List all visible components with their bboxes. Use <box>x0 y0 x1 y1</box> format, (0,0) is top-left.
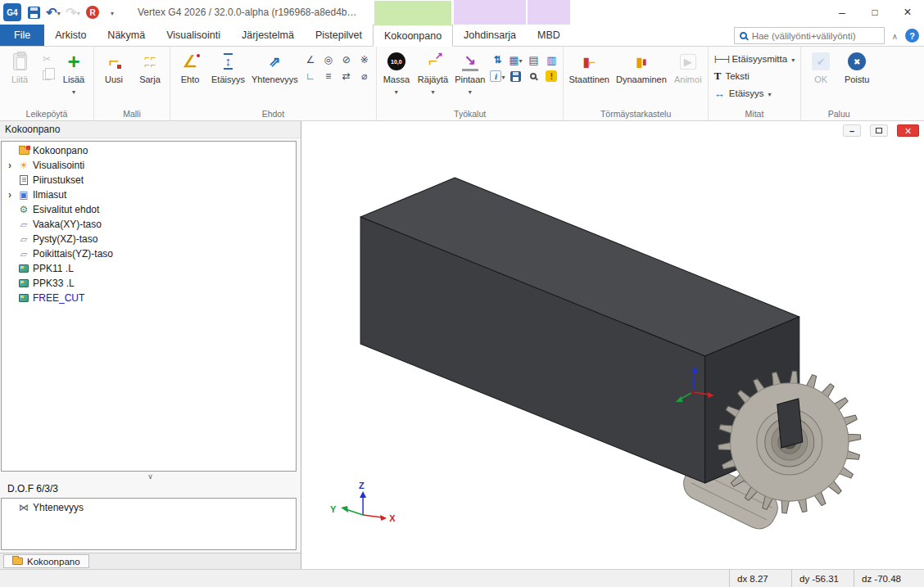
text-dimension-button[interactable]: Teksti <box>711 69 798 84</box>
perpendicular-constraint-icon[interactable] <box>302 69 319 84</box>
tree-item-esivalitut-ehdot[interactable]: Esivalitut ehdot <box>2 202 296 217</box>
undo-button[interactable] <box>46 4 61 20</box>
search-box[interactable] <box>734 27 885 44</box>
window-title: Vertex G4 2026 / 32.0.0-alpha (r196968-a… <box>138 7 359 18</box>
tree-item-ppk33[interactable]: PPK33 .L <box>2 276 296 291</box>
new-button[interactable]: Uusi <box>97 48 131 106</box>
diameter-constraint-icon[interactable] <box>356 69 373 84</box>
tab-arkisto[interactable]: Arkisto <box>44 25 97 46</box>
tree-item-visualisointi[interactable]: Visualisointi <box>2 158 296 173</box>
animate-button[interactable]: Animoi <box>671 48 705 106</box>
collapse-ribbon-icon[interactable] <box>892 30 898 42</box>
panel-collapse-icon[interactable] <box>0 472 301 481</box>
symmetry-constraint-icon[interactable] <box>356 52 373 67</box>
ribbon-group-collision: Staattinen Dynaaminen Animoi Törmäystark… <box>564 47 708 120</box>
tree-item-pysty-xz[interactable]: Pysty(XZ)-taso <box>2 232 296 246</box>
search-input[interactable] <box>752 31 884 41</box>
help-icon[interactable]: ? <box>905 29 919 43</box>
paste-button[interactable]: Liitä <box>2 48 37 106</box>
tab-johdinsarja[interactable]: Johdinsarja <box>453 25 527 46</box>
series-button[interactable]: Sarja <box>133 48 167 106</box>
status-dz: dz -70.48 <box>854 570 924 587</box>
undo-dropdown-icon[interactable] <box>57 7 61 18</box>
tab-file[interactable]: File <box>0 25 44 46</box>
tab-kokoonpano[interactable]: Kokoonpano <box>373 25 453 47</box>
quick-access-customize-button[interactable] <box>105 4 120 20</box>
record-button[interactable]: R <box>85 4 100 20</box>
maximize-button[interactable] <box>858 0 891 25</box>
expander-icon[interactable] <box>5 189 15 201</box>
explode-label: Räjäytä <box>418 75 448 84</box>
distance-dimension-button[interactable]: Etäisyysmitta <box>711 52 798 66</box>
assembly-tree[interactable]: Kokoonpano Visualisointi Piirustukset Il… <box>1 141 297 472</box>
static-collision-button[interactable]: Staattinen <box>566 48 612 106</box>
tab-mbd[interactable]: MBD <box>527 25 571 46</box>
info-button[interactable] <box>489 69 505 84</box>
3d-viewport[interactable]: Z X Y <box>301 121 924 569</box>
copy-button[interactable] <box>38 68 55 83</box>
minimize-button[interactable] <box>826 0 858 25</box>
zoom-query-button[interactable] <box>525 69 541 84</box>
condition-label: Ehto <box>181 75 200 84</box>
window-controls <box>826 0 924 25</box>
tab-jarjestelma[interactable]: Järjestelmä <box>231 25 305 46</box>
table-button[interactable] <box>507 52 523 67</box>
angle-constraint-icon[interactable] <box>302 52 319 67</box>
new-icon <box>109 51 120 72</box>
chevron-down-icon <box>72 85 75 97</box>
tree-item-piirustukset[interactable]: Piirustukset <box>2 173 296 187</box>
folder-icon <box>12 558 23 565</box>
doc-restore-button[interactable] <box>870 124 888 137</box>
save-small-button[interactable] <box>507 69 523 84</box>
3d-scene[interactable]: Z X Y <box>301 121 924 569</box>
constraint-list[interactable]: Yhtenevyys <box>1 498 297 550</box>
cut-button[interactable] <box>38 52 55 66</box>
table-icon <box>509 54 519 66</box>
cut-icon <box>43 53 51 65</box>
bottom-tab-kokoonpano[interactable]: Kokoonpano <box>3 554 89 568</box>
tab-nakyma[interactable]: Näkymä <box>97 25 156 46</box>
tree-item-free-cut[interactable]: FREE_CUT <box>2 291 296 305</box>
ok-button[interactable]: OK <box>804 48 838 106</box>
tangent-constraint-icon[interactable] <box>338 52 355 67</box>
tree-item-vaaka-xy[interactable]: Vaaka(XY)-taso <box>2 217 296 232</box>
redo-dropdown-icon[interactable] <box>77 7 80 18</box>
distance-constraint-button[interactable]: Etäisyys <box>209 48 247 106</box>
exit-button[interactable]: Poistu <box>840 48 874 106</box>
save-button[interactable] <box>26 4 41 20</box>
expander-icon[interactable] <box>5 160 15 171</box>
tab-visualisointi[interactable]: Visualisointi <box>156 25 231 46</box>
parallel-constraint-icon[interactable] <box>320 69 337 84</box>
bottom-tab-label: Kokoonpano <box>27 557 80 567</box>
measure-label: Etäisyys <box>729 88 764 98</box>
part-icon <box>19 264 29 273</box>
report-icon <box>528 54 538 66</box>
tree-item-kokoonpano[interactable]: Kokoonpano <box>2 143 296 158</box>
coincidence-button[interactable]: Yhtenevyys <box>249 48 301 106</box>
mass-icon: 10,0 <box>387 52 405 70</box>
tree-item-poikittais-yz[interactable]: Poikittais(YZ)-taso <box>2 246 296 261</box>
doc-close-button[interactable] <box>897 124 919 137</box>
list-button[interactable] <box>543 52 559 67</box>
sort-button[interactable] <box>489 52 505 67</box>
constraint-item-yhtenevyys[interactable]: Yhtenevyys <box>2 500 296 515</box>
mass-button[interactable]: 10,0 Massa <box>379 48 414 106</box>
tab-pistepilvet[interactable]: Pistepilvet <box>305 25 373 46</box>
warning-button[interactable] <box>543 69 559 84</box>
concentric-constraint-icon[interactable] <box>320 52 337 67</box>
tree-item-ppk11[interactable]: PPK11 .L <box>2 261 296 276</box>
redo-button[interactable] <box>66 4 80 20</box>
tree-item-ilmiasut[interactable]: Ilmiasut <box>2 187 296 202</box>
close-button[interactable] <box>891 0 924 25</box>
report-button[interactable] <box>525 52 541 67</box>
y-axis-label: Y <box>330 504 337 514</box>
explode-button[interactable]: Räjäytä <box>415 48 451 106</box>
tab-label: Pistepilvet <box>315 29 362 41</box>
distance-measure-button[interactable]: Etäisyys <box>711 86 798 101</box>
doc-minimize-button[interactable] <box>843 124 861 137</box>
add-button[interactable]: Lisää <box>57 48 91 106</box>
to-surface-button[interactable]: Pintaan <box>452 48 487 106</box>
condition-button[interactable]: Ehto <box>173 48 207 106</box>
swap-constraint-icon[interactable] <box>338 69 355 84</box>
dynamic-collision-button[interactable]: Dynaaminen <box>614 48 669 106</box>
